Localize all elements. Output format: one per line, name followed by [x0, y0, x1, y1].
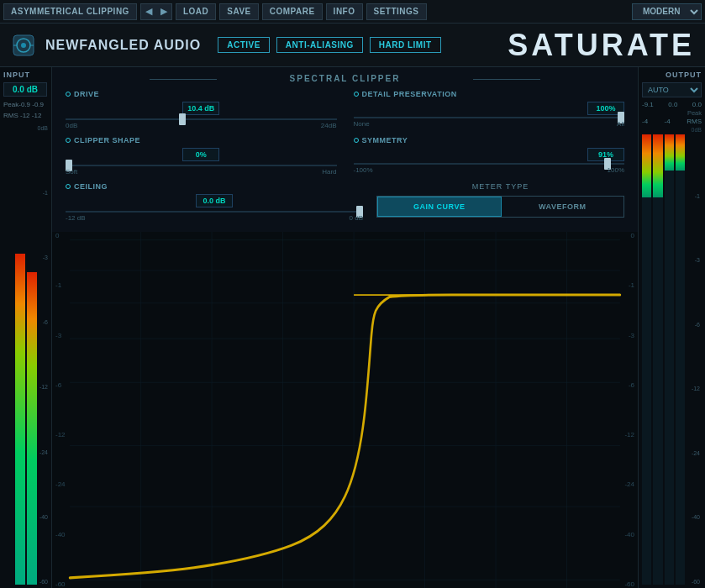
rs-m60: -60 — [685, 579, 700, 585]
out-peak-label: Peak — [687, 109, 702, 117]
peak-value: -0.9 -0.9 — [18, 101, 44, 108]
clipper-shape-control: CLIPPER SHAPE 0% Soft Hard — [66, 136, 337, 176]
waveform-button[interactable]: WAVEFORM — [502, 197, 624, 217]
main-layout: INPUT 0.0 dB Peak-0.9 -0.9 RMS -12 -12 0… — [0, 67, 705, 588]
meter-type-label: METER TYPE — [376, 182, 624, 191]
out-rms-label: RMS — [687, 118, 702, 125]
graph-m24: -24 — [55, 480, 66, 488]
symmetry-dot[interactable] — [354, 138, 359, 143]
ceiling-dot[interactable] — [66, 184, 71, 189]
gain-curve-button[interactable]: GAIN CURVE — [377, 197, 502, 217]
product-name: SATURATE — [508, 28, 695, 63]
output-label: OUTPUT — [642, 71, 702, 79]
detail-slider[interactable] — [354, 117, 625, 118]
output-bars-container — [642, 134, 685, 585]
meter-type-buttons: GAIN CURVE WAVEFORM — [376, 196, 624, 218]
output-bar-2 — [653, 134, 662, 585]
rs-m12: -12 — [685, 386, 700, 391]
preset-next-button[interactable]: ▶ — [156, 4, 171, 19]
drive-dot[interactable] — [66, 92, 71, 97]
out-val-2: 0.0 — [668, 101, 677, 108]
graph-r-m24: -24 — [624, 480, 634, 488]
shape-range: Soft Hard — [66, 168, 337, 176]
clipper-shape-slider[interactable] — [66, 165, 337, 166]
detail-preservation-control: DETAIL PRESERVATION 100% None All — [354, 90, 625, 128]
section-title: SPECTRAL CLIPPER — [66, 74, 624, 83]
brand-icon — [10, 32, 37, 59]
graph-r-m60: -60 — [624, 580, 634, 588]
output-bar-3 — [665, 134, 674, 585]
graph-r-0: 0 — [624, 232, 634, 239]
input-stats: Peak-0.9 -0.9 RMS -12 -12 — [3, 100, 48, 122]
drive-slider[interactable] — [66, 118, 337, 120]
symmetry-label: SYMMETRY — [354, 136, 625, 144]
graph-r-m1: -1 — [624, 281, 634, 289]
detail-label: DETAIL PRESERVATION — [354, 90, 625, 98]
compare-button[interactable]: COMPARE — [262, 3, 323, 20]
controls-panel: SPECTRAL CLIPPER DRIVE 10.4 dB 0dB 24dB — [52, 67, 638, 232]
rs-m6: -6 — [685, 322, 700, 328]
graph-m6: -6 — [55, 381, 66, 389]
graph-db-scale-right: 0 -1 -3 -6 -12 -24 -40 -60 — [624, 232, 634, 588]
mode-select[interactable]: MODERN VINTAGE CLIP — [632, 3, 702, 20]
graph-m3: -3 — [55, 332, 66, 339]
preset-prev-button[interactable]: ◀ — [141, 4, 156, 19]
preset-nav: ◀ ▶ — [140, 3, 172, 20]
input-label: INPUT — [3, 71, 48, 79]
detail-range: None All — [354, 120, 625, 128]
ceiling-range: -12 dB 0 dB — [66, 214, 363, 222]
svg-point-2 — [21, 43, 26, 48]
output-bar-4 — [676, 134, 685, 585]
rms-label: RMS — [3, 112, 20, 119]
graph-db-scale: 0 -1 -3 -6 -12 -24 -40 -60 — [55, 232, 66, 588]
output-0db-label: 0dB — [642, 127, 702, 133]
graph-r-m6: -6 — [624, 381, 634, 389]
gain-curve-graph — [52, 232, 638, 588]
rs-m1: -1 — [685, 193, 700, 199]
output-mode-select[interactable]: AUTO MANUAL — [642, 82, 702, 97]
symmetry-slider[interactable] — [354, 163, 625, 165]
out-0db: 0dB — [692, 127, 702, 133]
rms-value: -12 -12 — [20, 112, 41, 119]
drive-control: DRIVE 10.4 dB 0dB 24dB — [66, 90, 337, 129]
graph-m40: -40 — [55, 531, 66, 538]
out-val-3: 0.0 — [692, 101, 702, 108]
input-value: 0.0 dB — [3, 82, 47, 97]
symmetry-range: -100% 100% — [354, 166, 625, 174]
detail-dot[interactable] — [354, 92, 359, 97]
active-button[interactable]: ACTIVE — [218, 37, 270, 53]
input-meter: INPUT 0.0 dB Peak-0.9 -0.9 RMS -12 -12 0… — [0, 67, 52, 588]
graph-m1: -1 — [55, 281, 66, 289]
shape-dot[interactable] — [66, 138, 71, 143]
meter-type-control: METER TYPE GAIN CURVE WAVEFORM — [376, 182, 624, 218]
graph-r-m40: -40 — [624, 531, 634, 538]
symmetry-control: SYMMETRY 91% -100% 100% — [354, 136, 625, 174]
graph-0db: 0 — [55, 232, 66, 239]
output-meter: OUTPUT AUTO MANUAL -9.1 0.0 0.0 Peak -4 … — [638, 67, 705, 588]
ceiling-slider[interactable] — [66, 211, 363, 213]
drive-range: 0dB 24dB — [66, 122, 337, 129]
output-values-row: -9.1 0.0 0.0 — [642, 101, 702, 108]
output-bar-1 — [642, 134, 651, 585]
out-val-1: -9.1 — [642, 101, 654, 108]
rs-m40: -40 — [685, 514, 700, 520]
header: NEWFANGLED AUDIO ACTIVE ANTI-ALIASING HA… — [0, 24, 705, 67]
graph-m60: -60 — [55, 580, 66, 588]
ceiling-label: CEILING — [66, 182, 363, 191]
info-button[interactable]: INFO — [326, 3, 363, 20]
graph-r-m3: -3 — [624, 332, 634, 339]
graph-r-m12: -12 — [624, 431, 634, 438]
output-peak-rms: Peak — [642, 109, 702, 117]
controls-row-1: DRIVE 10.4 dB 0dB 24dB DETAIL PRESERVATI… — [66, 90, 624, 129]
load-button[interactable]: LOAD — [176, 3, 216, 20]
preset-name-display[interactable]: ASYMMETRICAL CLIPPING — [3, 3, 137, 20]
input-bar-left — [15, 125, 25, 585]
hard-limit-button[interactable]: HARD LIMIT — [370, 37, 441, 53]
input-bar-right — [27, 125, 37, 585]
settings-button[interactable]: SETTINGS — [366, 3, 427, 20]
output-meter-bars: -1 -3 -6 -12 -24 -40 -60 — [642, 134, 702, 585]
anti-aliasing-button[interactable]: ANTI-ALIASING — [276, 37, 363, 53]
save-button[interactable]: SAVE — [219, 3, 259, 20]
center-panel: SPECTRAL CLIPPER DRIVE 10.4 dB 0dB 24dB — [52, 67, 638, 588]
drive-label: DRIVE — [66, 90, 337, 98]
